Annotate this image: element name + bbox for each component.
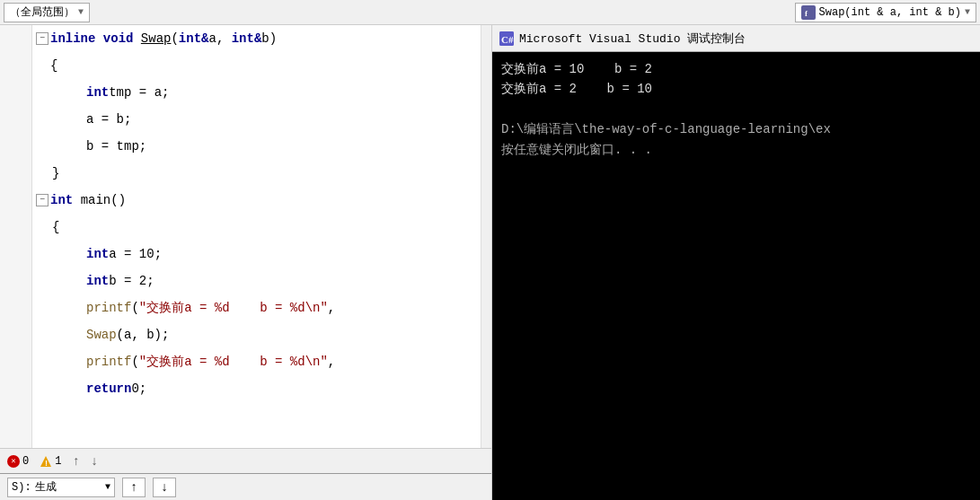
build-down-btn[interactable]: ↓ xyxy=(153,478,176,497)
scope-label: （全局范围） xyxy=(10,4,75,20)
build-label: S): xyxy=(12,481,31,494)
console-line-3 xyxy=(501,100,971,119)
build-type: 生成 xyxy=(35,479,57,495)
build-dropdown[interactable]: S): 生成 ▼ xyxy=(7,478,115,497)
fold-swap[interactable]: − xyxy=(36,32,49,45)
code-line-13: printf("交换前a = %d b = %d\n", xyxy=(36,348,481,375)
warning-count[interactable]: ! 1 xyxy=(40,455,61,468)
code-panel: − inline void Swap(int& a, int& b) { int… xyxy=(0,25,492,500)
error-number: 0 xyxy=(22,455,29,468)
ln-4 xyxy=(0,106,28,133)
ln-8 xyxy=(0,214,28,241)
scrollbar[interactable] xyxy=(481,25,491,448)
scope-dropdown[interactable]: （全局范围） ▼ xyxy=(4,3,90,22)
function-dropdown[interactable]: f Swap(int & a, int & b) ▼ xyxy=(795,3,976,22)
code-content: − inline void Swap(int& a, int& b) { int… xyxy=(0,25,491,448)
ln-13 xyxy=(0,348,28,375)
build-bar: S): 生成 ▼ ↑ ↓ xyxy=(0,473,491,500)
code-line-2: { xyxy=(36,52,481,79)
line-numbers xyxy=(0,25,32,448)
code-line-6: } xyxy=(36,160,481,187)
ln-1 xyxy=(0,25,28,52)
ln-9 xyxy=(0,241,28,268)
code-line-1: − inline void Swap(int& a, int& b) xyxy=(36,25,481,52)
up-nav-arrow[interactable]: ↑ xyxy=(72,454,79,469)
ln-10 xyxy=(0,268,28,294)
code-line-7: − int main() xyxy=(36,187,481,214)
console-icon: C# xyxy=(499,31,514,46)
top-toolbar: （全局范围） ▼ f Swap(int & a, int & b) ▼ xyxy=(0,0,980,25)
build-up-btn[interactable]: ↑ xyxy=(122,478,146,497)
code-line-9: int a = 10; xyxy=(36,241,481,268)
function-dropdown-area: f Swap(int & a, int & b) ▼ xyxy=(795,3,976,22)
function-icon: f xyxy=(801,5,816,20)
ln-6 xyxy=(0,160,28,187)
build-dropdown-arrow: ▼ xyxy=(105,482,110,492)
ln-5 xyxy=(0,133,28,160)
code-line-10: int b = 2; xyxy=(36,268,481,294)
function-label: Swap(int & a, int & b) xyxy=(819,6,961,19)
code-lines[interactable]: − inline void Swap(int& a, int& b) { int… xyxy=(32,25,481,448)
console-line-2: 交换前a = 2 b = 10 xyxy=(501,79,971,99)
console-line-4: D:\编辑语言\the-way-of-c-language-learning\e… xyxy=(501,119,971,139)
down-nav-arrow[interactable]: ↓ xyxy=(91,454,98,469)
code-line-11: printf("交换前a = %d b = %d\n", xyxy=(36,294,481,321)
error-icon: ✕ xyxy=(7,455,20,468)
ln-3 xyxy=(0,79,28,106)
code-line-12: Swap(a, b); xyxy=(36,321,481,348)
console-title: Microsoft Visual Studio 调试控制台 xyxy=(519,31,746,47)
console-line-5: 按任意键关闭此窗口. . . xyxy=(501,140,971,160)
ln-11 xyxy=(0,294,28,321)
warning-icon: ! xyxy=(40,455,52,468)
console-panel: C# Microsoft Visual Studio 调试控制台 交换前a = … xyxy=(492,25,980,500)
status-bar: ✕ 0 ! 1 ↑ ↓ xyxy=(0,448,491,473)
ln-12 xyxy=(0,321,28,348)
ln-7 xyxy=(0,187,28,214)
warning-number: 1 xyxy=(55,455,61,468)
ln-14 xyxy=(0,375,28,402)
svg-text:!: ! xyxy=(45,459,48,468)
code-line-14: return 0; xyxy=(36,375,481,402)
console-line-1: 交换前a = 10 b = 2 xyxy=(501,59,971,79)
function-dropdown-arrow: ▼ xyxy=(965,7,970,17)
error-count[interactable]: ✕ 0 xyxy=(7,455,29,468)
console-body: 交换前a = 10 b = 2 交换前a = 2 b = 10 D:\编辑语言\… xyxy=(492,52,980,500)
console-titlebar: C# Microsoft Visual Studio 调试控制台 xyxy=(492,25,980,52)
svg-text:C#: C# xyxy=(501,34,514,45)
scope-dropdown-arrow: ▼ xyxy=(78,7,84,17)
ln-2 xyxy=(0,52,28,79)
code-line-3: int tmp = a; xyxy=(36,79,481,106)
fold-main[interactable]: − xyxy=(36,194,49,206)
code-line-5: b = tmp; xyxy=(36,133,481,160)
code-line-8: { xyxy=(36,214,481,241)
main-area: − inline void Swap(int& a, int& b) { int… xyxy=(0,25,980,500)
code-line-4: a = b; xyxy=(36,106,481,133)
